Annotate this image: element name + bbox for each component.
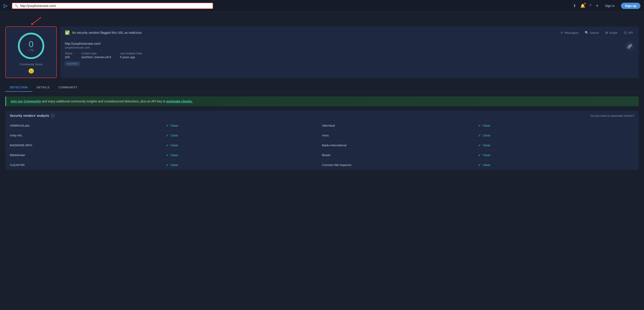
nav-right: ⬆ 🔔 ? ✦ Sign in Sign up: [573, 3, 640, 9]
upload-icon[interactable]: ⬆: [573, 3, 576, 8]
vendor-name-left: CLEAN MX: [10, 163, 166, 167]
automate-checks-link[interactable]: automate checks.: [166, 100, 193, 103]
clean-check-icon: ✓: [166, 163, 169, 167]
vendor-row: BADWARE.INFO ✓ Clean Baidu-International…: [5, 140, 639, 150]
vendors-section: Security vendors' analysis i Do you want…: [5, 111, 639, 170]
tab-detection[interactable]: DETECTION: [5, 84, 32, 92]
vendor-status-left: ✓ Clean: [166, 163, 322, 167]
vendor-name-left: ADMINUSLabs: [10, 124, 166, 127]
help-icon[interactable]: ?: [589, 3, 592, 8]
banner-middle-text: and enjoy additional community insights …: [42, 100, 166, 103]
clean-check-icon: ✓: [166, 124, 169, 128]
status-label: Status: [65, 52, 72, 55]
vendor-status-left: ✓ Clean: [166, 124, 322, 128]
vendor-status-text-right: Clean: [483, 144, 490, 147]
notification-bell-icon[interactable]: 🔔: [580, 3, 585, 8]
clean-check-icon: ✓: [478, 163, 481, 167]
last-analysis-meta: Last Analysis Date 5 years ago: [120, 52, 142, 59]
info-icon[interactable]: i: [51, 114, 54, 118]
clean-check-icon: ✓: [166, 143, 169, 148]
vendor-status-text-left: Clean: [170, 134, 178, 137]
vendor-status-right: ✓ Clean: [478, 133, 634, 138]
tabs: DETECTION DETAILS COMMUNITY: [5, 84, 639, 92]
content-type-value: text/html; charset=utf-8: [82, 56, 111, 59]
vendor-status-left: ✓ Clean: [166, 143, 322, 148]
vendor-status-right: ✓ Clean: [478, 153, 634, 157]
vendor-status-text-left: Clean: [170, 154, 178, 157]
top-navigation: ▷ 🔍 ⬆ 🔔 ? ✦ Sign in Sign up: [0, 0, 644, 12]
clean-check-icon: ✓: [478, 124, 481, 128]
last-analysis-label: Last Analysis Date: [120, 52, 142, 55]
vendor-status-left: ✓ Clean: [166, 133, 322, 138]
search-action-icon: 🔍: [585, 31, 588, 34]
content-tag: text/html: [65, 62, 80, 66]
vendor-name-left: BitDefender: [10, 154, 166, 157]
vendor-name-right: Comodo Site Inspector: [322, 163, 478, 167]
vendor-row: BitDefender ✓ Clean Blueliv ✓ Clean: [5, 150, 639, 160]
score-total: / 70: [28, 48, 34, 52]
vendor-status-left: ✓ Clean: [166, 153, 322, 157]
vendor-status-text-left: Clean: [170, 144, 178, 147]
content-type-meta: Content type text/html; charset=utf-8: [82, 52, 111, 59]
vendor-row: CLEAN MX ✓ Clean Comodo Site Inspector ✓…: [5, 160, 639, 170]
join-community-link[interactable]: Join our Community: [10, 100, 41, 103]
vendors-header: Security vendors' analysis i Do you want…: [5, 111, 639, 121]
automate-prompt: Do you want to automate checks?: [590, 114, 634, 118]
content-type-label: Content type: [82, 52, 111, 55]
signup-button[interactable]: Sign up: [621, 3, 640, 9]
external-link-button[interactable]: 🔗: [625, 42, 634, 51]
search-label: Search: [590, 31, 599, 34]
status-message: No security vendors flagged this URL as …: [72, 31, 557, 34]
search-icon: 🔍: [14, 4, 18, 8]
vendor-name-left: Antiy-AVL: [10, 134, 166, 137]
vendor-name-right: Baidu-International: [322, 144, 478, 147]
app-logo: ▷: [4, 3, 8, 9]
svg-line-0: [32, 17, 41, 24]
score-label: Community Score: [20, 63, 42, 66]
reanalyze-label: Reanalyze: [564, 31, 578, 34]
info-card: ✅ No security vendors flagged this URL a…: [60, 26, 639, 78]
settings-icon[interactable]: ✦: [596, 3, 599, 8]
url-full: http://youphonecase.com/: [65, 42, 142, 46]
clean-check-icon: ✓: [478, 133, 481, 138]
tab-details[interactable]: DETAILS: [32, 84, 54, 92]
vendors-title-text: Security vendors' analysis: [10, 114, 49, 118]
meta-row: Status 200 Content type text/html; chars…: [65, 52, 142, 59]
community-score-card: 0 / 70 Community Score 😐: [5, 26, 57, 78]
graph-icon: ⊞: [605, 31, 608, 34]
reanalyze-button[interactable]: ↻ Reanalyze: [559, 30, 580, 35]
url-section: http://youphonecase.com/ youphonecase.co…: [65, 42, 142, 66]
search-button[interactable]: 🔍 Search: [584, 30, 600, 35]
clean-check-icon: ✓: [478, 143, 481, 148]
main-content: 0 / 70 Community Score 😐 ✅ No security v…: [0, 12, 644, 174]
arrow-indicator: [30, 16, 639, 25]
reanalyze-icon: ↻: [560, 31, 563, 34]
search-input[interactable]: [20, 4, 210, 8]
api-button[interactable]: ⟨/⟩ API: [622, 30, 634, 35]
vendor-row: ADMINUSLabs ✓ Clean AlienVault ✓ Clean: [5, 121, 639, 130]
status-banner: ✅ No security vendors flagged this URL a…: [65, 30, 634, 38]
vendor-name-right: Blueliv: [322, 154, 478, 157]
vendor-name-right: Avira: [322, 134, 478, 137]
check-circle-icon: ✅: [65, 30, 70, 35]
vendor-status-text-right: Clean: [483, 154, 490, 157]
api-icon: ⟨/⟩: [624, 31, 627, 34]
score-circle: 0 / 70: [16, 31, 46, 60]
vendor-status-right: ✓ Clean: [478, 163, 634, 167]
status-value: 200: [65, 56, 72, 59]
score-value-container: 0 / 70: [28, 40, 34, 52]
signin-button[interactable]: Sign in: [603, 3, 617, 9]
vendor-status-right: ✓ Clean: [478, 124, 634, 128]
vendor-row: Antiy-AVL ✓ Clean Avira ✓ Clean: [5, 130, 639, 140]
tab-community[interactable]: COMMUNITY: [54, 84, 82, 92]
top-section: 0 / 70 Community Score 😐 ✅ No security v…: [5, 26, 639, 78]
score-emoji-icon: 😐: [28, 68, 34, 74]
vendor-status-text-right: Clean: [483, 163, 490, 167]
graph-button[interactable]: ⊞ Graph: [604, 30, 619, 35]
vendor-status-right: ✓ Clean: [478, 143, 634, 148]
clean-check-icon: ✓: [166, 153, 169, 157]
clean-check-icon: ✓: [478, 153, 481, 157]
graph-label: Graph: [609, 31, 618, 34]
vendor-status-text-right: Clean: [483, 124, 490, 127]
search-bar[interactable]: 🔍: [12, 3, 213, 9]
